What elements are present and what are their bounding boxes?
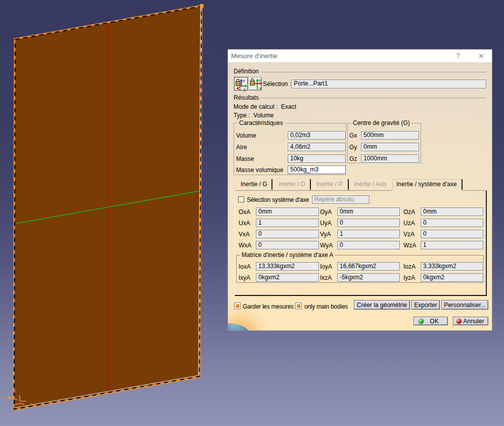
- svg-text:x: x: [259, 78, 261, 82]
- svg-text:y: y: [243, 87, 246, 92]
- svg-text:z: z: [14, 389, 16, 394]
- svg-text:x: x: [259, 86, 261, 91]
- svg-text:x: x: [239, 87, 242, 92]
- svg-text:z: z: [243, 78, 245, 83]
- svg-text:x: x: [30, 402, 33, 407]
